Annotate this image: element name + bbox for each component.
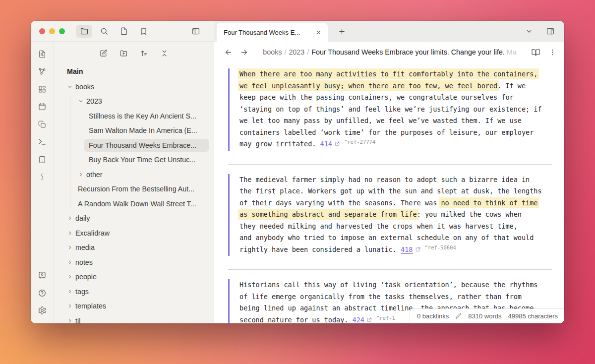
tree-item-file[interactable]: Sam Walton Made In America (E... — [54, 123, 214, 138]
chevron-icon[interactable] — [67, 84, 73, 90]
breadcrumb-separator: / — [304, 48, 311, 56]
calendar-button[interactable] — [31, 98, 54, 116]
divider — [228, 164, 552, 165]
tree-item-file[interactable]: Buy Back Your Time Get Unstuc... — [54, 153, 214, 168]
tree-item-label: books — [75, 83, 94, 91]
file-view-button[interactable] — [116, 25, 132, 38]
chevron-icon[interactable] — [67, 230, 73, 236]
sidebar-view-switcher — [76, 25, 152, 38]
x-icon — [315, 29, 322, 36]
quote-text: ‘staying on top of things’ and feel like… — [239, 105, 542, 113]
quote-text: of their days varying with the seasons. … — [239, 199, 441, 207]
divider — [228, 269, 552, 270]
breadcrumb-segment[interactable]: books — [263, 48, 282, 56]
breadcrumb-truncated-text: Ma — [507, 48, 517, 56]
page-link[interactable]: 414 — [320, 140, 332, 148]
tree-item-folder[interactable]: templates — [54, 299, 214, 314]
file-search-button[interactable] — [31, 45, 54, 63]
plugin-squiggle-icon — [38, 173, 47, 182]
close-window-button[interactable] — [39, 28, 45, 34]
traffic-lights — [39, 28, 65, 34]
chevron-icon[interactable] — [67, 303, 73, 309]
editor-pane: books/2023/Four Thousand Weeks Embrace y… — [214, 42, 564, 323]
search-view-button[interactable] — [96, 25, 112, 38]
quote-text: Historians call this way of living ‘task… — [239, 281, 537, 289]
tab-close-button[interactable] — [314, 28, 323, 37]
chevron-icon[interactable] — [67, 244, 73, 250]
dots-vertical-icon — [548, 48, 557, 57]
tree-item-label: Stillness is the Key An Ancient S... — [89, 112, 196, 120]
backlinks-count[interactable]: 0 backlinks — [417, 312, 449, 320]
edit-mode-indicator[interactable] — [455, 313, 462, 319]
page-link[interactable]: 418 — [401, 245, 413, 253]
tab-four-thousand-weeks[interactable]: Four Thousand Weeks E... — [217, 23, 328, 42]
folder-view-button[interactable] — [76, 25, 92, 38]
chevron-icon[interactable] — [78, 98, 84, 104]
collapse-left-sidebar-button[interactable] — [187, 25, 204, 38]
breadcrumb-segment[interactable]: 2023 — [289, 48, 304, 56]
new-folder-button[interactable] — [119, 48, 129, 59]
tree-item-folder[interactable]: 2023 — [54, 94, 214, 109]
settings-button[interactable] — [31, 302, 54, 320]
quote-text: they needed milking and harvested the cr… — [239, 222, 518, 230]
block-reference: ^ref-1 — [376, 315, 395, 321]
vault-button[interactable] — [31, 267, 54, 285]
quote-line: The medieval farmer simply had no reason… — [239, 174, 557, 186]
chevron-icon[interactable] — [67, 289, 73, 295]
plus-icon — [338, 27, 346, 36]
chevron-icon[interactable] — [67, 318, 73, 323]
tree-item-folder[interactable]: daily — [54, 211, 214, 226]
minimize-window-button[interactable] — [49, 28, 55, 34]
status-bar: 0 backlinks 8310 words 49985 characters — [410, 308, 564, 323]
plugin-squiggle-button[interactable] — [31, 169, 54, 186]
tree-item-folder[interactable]: books — [54, 79, 214, 94]
tree-item-file[interactable]: A Random Walk Down Wall Street T... — [54, 196, 214, 211]
expand-right-sidebar-button[interactable] — [542, 25, 558, 38]
tree-item-folder[interactable]: other — [54, 167, 214, 182]
book-open-icon — [531, 48, 540, 57]
quote-line: keep pace with the passing containers, w… — [239, 92, 557, 104]
quote-text: we let too many pass by unfilled, we fee… — [239, 117, 522, 124]
bookmark-view-button[interactable] — [135, 25, 152, 38]
tree-item-file[interactable]: Recursion From the Bestselling Aut... — [54, 182, 214, 197]
tree-item-folder[interactable]: notes — [54, 255, 214, 270]
tree-item-label: Recursion From the Bestselling Aut... — [78, 185, 194, 193]
tree-item-folder[interactable]: people — [54, 270, 214, 285]
tab-list-button[interactable] — [521, 25, 537, 38]
layout-dashboard-button[interactable] — [31, 80, 54, 98]
tree-item-folder[interactable]: Excalidraw — [54, 226, 214, 241]
navigate-forward-button[interactable] — [238, 46, 250, 59]
pencil-icon — [455, 313, 462, 319]
tab-bar: Four Thousand Weeks E... — [214, 21, 564, 42]
help-button[interactable] — [31, 284, 54, 302]
reading-mode-button[interactable] — [530, 46, 541, 59]
zoom-window-button[interactable] — [59, 28, 65, 34]
tree-item-folder[interactable]: til — [54, 313, 214, 323]
vault-icon — [38, 271, 47, 280]
quote-line: we feel unpleasantly busy; when there ar… — [239, 80, 557, 92]
new-note-button[interactable] — [98, 48, 109, 59]
tree-indent-guide — [81, 110, 81, 165]
arrow-left-icon — [224, 48, 233, 57]
tree-item-folder[interactable]: media — [54, 241, 214, 255]
page-link[interactable]: 424 — [353, 316, 364, 324]
sort-order-button[interactable] — [139, 48, 149, 59]
tablet-button[interactable] — [31, 151, 54, 169]
new-tab-button[interactable] — [334, 25, 350, 38]
tree-item-file[interactable]: Four Thousand Weeks Embrace... — [54, 138, 214, 153]
chevron-icon[interactable] — [67, 274, 73, 280]
terminal-button[interactable] — [31, 133, 54, 151]
copy-button[interactable] — [31, 116, 54, 133]
more-options-button[interactable] — [547, 46, 557, 59]
breadcrumb-note-title[interactable]: Four Thousand Weeks Embrace your limits.… — [311, 48, 507, 56]
chevron-icon[interactable] — [67, 215, 73, 221]
tree-item-folder[interactable]: tags — [54, 284, 214, 299]
tree-item-file[interactable]: Stillness is the Key An Ancient S... — [54, 109, 214, 123]
graph-button[interactable] — [31, 63, 54, 81]
chevron-icon[interactable] — [78, 172, 84, 178]
navigate-back-button[interactable] — [222, 46, 234, 59]
bookmark-icon — [139, 27, 148, 36]
chevron-icon[interactable] — [67, 259, 73, 265]
quote-text: and anybody who tried to impose an exter… — [239, 234, 534, 242]
collapse-all-button[interactable] — [159, 48, 170, 59]
